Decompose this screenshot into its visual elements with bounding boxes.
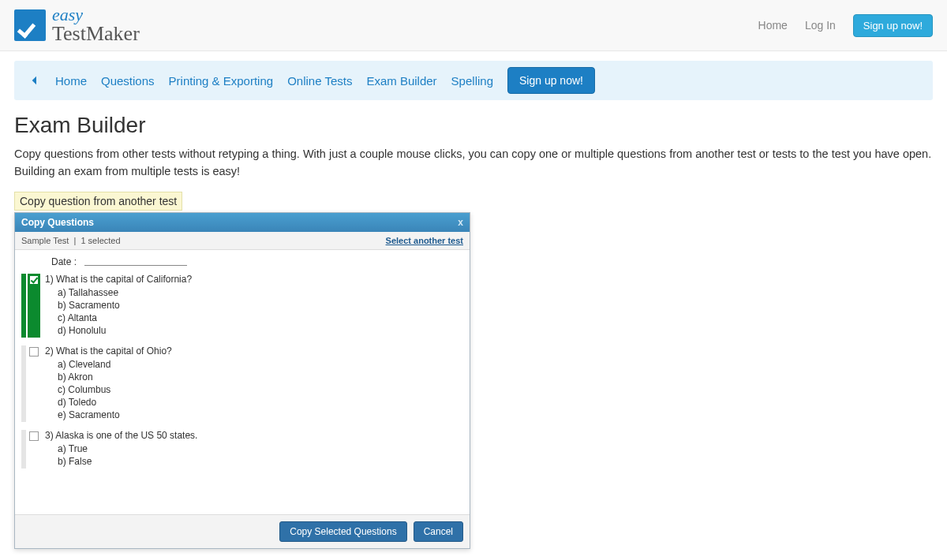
nav-exam-builder[interactable]: Exam Builder	[366, 74, 436, 88]
question-checkbox-cell[interactable]	[28, 274, 40, 338]
chevron-left-icon	[28, 74, 41, 87]
select-another-test-link[interactable]: Select another test	[386, 236, 463, 245]
page-title: Exam Builder	[14, 113, 933, 138]
nav-spelling[interactable]: Spelling	[451, 74, 493, 88]
dialog-selected-count: 1 selected	[80, 236, 120, 245]
question-text: 2) What is the capital of Ohio?	[45, 345, 463, 357]
logo[interactable]: easy TestMaker	[14, 6, 140, 44]
question-option: d) Honolulu	[58, 325, 463, 336]
dialog-header: Copy Questions x	[15, 213, 470, 232]
question-row[interactable]: 2) What is the capital of Ohio?a) Clevel…	[21, 345, 463, 422]
main-content: Exam Builder Copy questions from other t…	[0, 100, 947, 560]
question-checkbox-cell[interactable]	[28, 430, 40, 469]
dialog-body[interactable]: Date : 1) What is the capital of Califor…	[15, 250, 470, 514]
signup-button-top[interactable]: Sign up now!	[853, 14, 933, 37]
nav-bar: Home Questions Printing & Exporting Onli…	[14, 61, 933, 100]
date-label: Date :	[51, 256, 77, 267]
question-option: b) False	[58, 456, 463, 467]
page-description: Copy questions from other tests without …	[14, 146, 933, 181]
question-options: a) Trueb) False	[45, 443, 463, 467]
nav-home-top[interactable]: Home	[758, 19, 788, 32]
copy-selected-button[interactable]: Copy Selected Questions	[279, 521, 406, 542]
question-option: d) Toledo	[58, 397, 463, 408]
question-text: 3) Alaska is one of the US 50 states.	[45, 430, 463, 441]
question-option: c) Altanta	[58, 312, 463, 323]
close-icon[interactable]: x	[458, 217, 463, 228]
logo-text: easy TestMaker	[52, 6, 140, 44]
checkbox-icon[interactable]	[29, 431, 39, 441]
question-content: 1) What is the capital of California?a) …	[45, 274, 463, 338]
question-options: a) Tallahasseeb) Sacramentoc) Altantad) …	[45, 287, 463, 336]
nav-printing[interactable]: Printing & Exporting	[169, 74, 274, 88]
copy-questions-dialog: Copy Questions x Sample Test | 1 selecte…	[14, 212, 470, 549]
question-option: c) Columbus	[58, 384, 463, 395]
date-blank-line	[84, 258, 187, 266]
top-right: Home Log In Sign up now!	[758, 14, 933, 37]
logo-maker: TestMaker	[52, 24, 140, 44]
nav-questions[interactable]: Questions	[101, 74, 155, 88]
signup-button-nav[interactable]: Sign up now!	[507, 67, 595, 94]
dialog-footer: Copy Selected Questions Cancel	[15, 514, 470, 548]
question-option: b) Akron	[58, 371, 463, 383]
date-row: Date :	[21, 255, 463, 274]
dialog-subheader: Sample Test | 1 selected Select another …	[15, 232, 470, 250]
checkbox-icon[interactable]	[29, 347, 39, 357]
question-option: a) Cleveland	[58, 359, 463, 370]
question-content: 3) Alaska is one of the US 50 states.a) …	[45, 430, 463, 469]
dialog-test-name: Sample Test	[21, 236, 69, 245]
dialog-title: Copy Questions	[21, 217, 94, 228]
dialog-test-info: Sample Test | 1 selected	[21, 236, 121, 245]
question-option: a) Tallahassee	[58, 287, 463, 298]
nav-online-tests[interactable]: Online Tests	[287, 74, 352, 88]
question-select-bar	[21, 430, 26, 469]
question-select-bar	[21, 274, 26, 338]
cancel-button[interactable]: Cancel	[414, 521, 463, 542]
screenshot-caption: Copy question from another test	[14, 192, 182, 211]
logo-check-icon	[14, 9, 46, 41]
question-text: 1) What is the capital of California?	[45, 274, 463, 285]
question-select-bar	[21, 345, 26, 422]
checkbox-icon[interactable]	[29, 275, 39, 285]
question-content: 2) What is the capital of Ohio?a) Clevel…	[45, 345, 463, 422]
logo-easy: easy	[52, 6, 140, 24]
question-option: b) Sacramento	[58, 300, 463, 311]
question-options: a) Clevelandb) Akronc) Columbusd) Toledo…	[45, 359, 463, 420]
question-row[interactable]: 1) What is the capital of California?a) …	[21, 274, 463, 338]
question-option: e) Sacramento	[58, 409, 463, 420]
nav-home[interactable]: Home	[55, 74, 87, 88]
question-row[interactable]: 3) Alaska is one of the US 50 states.a) …	[21, 430, 463, 469]
top-bar: easy TestMaker Home Log In Sign up now!	[0, 0, 947, 51]
question-checkbox-cell[interactable]	[28, 345, 40, 422]
nav-login-top[interactable]: Log In	[805, 19, 836, 32]
question-option: a) True	[58, 443, 463, 454]
